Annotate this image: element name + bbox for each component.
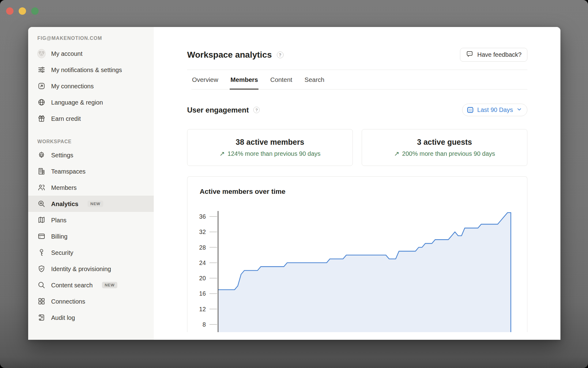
sidebar-item-my-account[interactable]: My account: [28, 45, 154, 62]
sidebar-item-teamspaces[interactable]: Teamspaces: [28, 163, 154, 179]
arrow-out-box-icon: [37, 82, 46, 90]
sidebar-item-audit-log[interactable]: Audit log: [28, 309, 154, 326]
calendar-icon: [467, 106, 474, 113]
sidebar-item-label: Identity & provisioning: [51, 261, 111, 277]
sidebar-item-label: Teamspaces: [51, 164, 85, 179]
settings-sidebar: FIG@MAKENOTION.COM My account My notific…: [28, 27, 154, 340]
chat-bubble-icon: [466, 50, 473, 59]
sidebar-item-my-connections[interactable]: My connections: [28, 78, 154, 94]
sidebar-item-label: Connections: [51, 294, 85, 309]
sidebar-item-billing[interactable]: Billing: [28, 228, 154, 244]
credit-card-icon: [37, 232, 46, 240]
sidebar-item-settings[interactable]: Settings: [28, 147, 154, 163]
search-icon: [37, 281, 46, 289]
close-button[interactable]: [6, 7, 13, 15]
sidebar-item-content-search[interactable]: Content search NEW: [28, 277, 154, 293]
engagement-help-icon[interactable]: ?: [253, 107, 260, 113]
y-tick-label: 28: [199, 244, 206, 251]
sidebar-item-my-notifications-settings[interactable]: My notifications & settings: [28, 62, 154, 78]
zoom-button[interactable]: [31, 7, 39, 15]
stat-card: 38 active members ↗ 124% more than previ…: [187, 129, 353, 166]
stat-cards-row: 38 active members ↗ 124% more than previ…: [187, 129, 527, 166]
page-header: Workspace analytics ? Have feedback?: [187, 48, 527, 62]
sidebar-item-language-region[interactable]: Language & region: [28, 94, 154, 110]
y-tick-label: 16: [199, 290, 206, 297]
sidebar-item-label: Earn credit: [51, 111, 81, 126]
stat-delta: ↗ 200% more than previous 90 days: [394, 150, 495, 157]
have-feedback-button[interactable]: Have feedback?: [460, 48, 527, 62]
sidebar-item-security[interactable]: Security: [28, 244, 154, 261]
have-feedback-label: Have feedback?: [477, 51, 522, 58]
stat-headline: 38 active members: [236, 138, 304, 147]
tab-overview[interactable]: Overview: [191, 70, 219, 90]
page-title: Workspace analytics: [187, 50, 272, 60]
account-email-label: FIG@MAKENOTION.COM: [37, 36, 154, 41]
sidebar-item-label: Analytics: [51, 196, 78, 212]
stat-delta: ↗ 124% more than previous 90 days: [219, 150, 320, 157]
magnifier-sparkle-icon: [37, 200, 46, 208]
chart-area-fill: [218, 213, 511, 332]
y-tick-label: 20: [199, 275, 206, 282]
sidebar-item-label: Members: [51, 180, 77, 195]
sidebar-item-label: Plans: [51, 213, 66, 228]
user-engagement-title: User engagement: [187, 106, 249, 114]
sidebar-item-connections[interactable]: Connections: [28, 293, 154, 309]
shield-check-icon: [37, 265, 46, 273]
y-tick-label: 8: [202, 321, 206, 328]
sidebar-workspace-list: Settings Teamspaces Members Analytics NE…: [28, 147, 154, 326]
sidebar-item-label: My account: [51, 46, 82, 61]
date-range-label: Last 90 Days: [477, 106, 513, 113]
scroll-icon: [37, 313, 46, 322]
sidebar-item-label: Language & region: [51, 95, 103, 110]
building-icon: [37, 167, 46, 175]
stat-card: 3 active guests ↗ 200% more than previou…: [362, 129, 527, 166]
date-range-dropdown[interactable]: Last 90 Days: [462, 104, 527, 116]
sidebar-item-plans[interactable]: Plans: [28, 212, 154, 228]
active-members-chart-card: Active members over time 812162024283236: [187, 176, 527, 332]
sidebar-item-label: Audit log: [51, 310, 75, 325]
people-icon: [37, 183, 46, 192]
sidebar-item-label: Content search: [51, 278, 93, 293]
tab-content[interactable]: Content: [270, 70, 293, 90]
sidebar-item-label: Security: [51, 245, 73, 260]
members-chart-svg: 812162024283236: [187, 177, 527, 332]
desktop-background: FIG@MAKENOTION.COM My account My notific…: [0, 0, 588, 368]
minimize-button[interactable]: [19, 7, 26, 15]
sidebar-item-label: My connections: [51, 79, 94, 94]
settings-window: FIG@MAKENOTION.COM My account My notific…: [28, 27, 560, 340]
sidebar-account-list: My account My notifications & settings M…: [28, 45, 154, 127]
map-icon: [37, 216, 46, 224]
window-traffic-lights: [6, 7, 39, 15]
sidebar-item-identity-provisioning[interactable]: Identity & provisioning: [28, 261, 154, 277]
sidebar-item-label: Settings: [51, 148, 73, 163]
tab-members[interactable]: Members: [230, 70, 258, 90]
grid-icon: [37, 297, 46, 305]
user-avatar: [37, 49, 46, 58]
new-badge: NEW: [102, 282, 118, 288]
stat-headline: 3 active guests: [417, 138, 472, 147]
y-tick-label: 32: [199, 228, 206, 235]
new-badge: NEW: [88, 201, 103, 207]
analytics-main-panel: Workspace analytics ? Have feedback? Ove…: [154, 27, 560, 340]
key-icon: [37, 248, 46, 257]
gear-icon: [37, 151, 46, 159]
chevron-down-icon: [517, 106, 522, 113]
sliders-icon: [37, 66, 46, 74]
trend-up-arrow-icon: ↗: [394, 150, 399, 157]
globe-icon: [37, 98, 46, 106]
user-engagement-header: User engagement ? Last 90 Days: [187, 104, 527, 116]
help-icon[interactable]: ?: [277, 52, 284, 58]
y-tick-label: 24: [199, 259, 206, 266]
gift-icon: [37, 114, 46, 123]
sidebar-item-label: My notifications & settings: [51, 62, 122, 78]
tab-search[interactable]: Search: [304, 70, 325, 90]
sidebar-item-analytics[interactable]: Analytics NEW: [28, 196, 154, 212]
analytics-tabs: Overview Members Content Search: [191, 70, 527, 90]
y-tick-label: 36: [199, 213, 206, 220]
trend-up-arrow-icon: ↗: [219, 150, 225, 157]
workspace-section-label: WORKSPACE: [37, 139, 154, 144]
y-tick-label: 12: [199, 306, 206, 312]
sidebar-item-members[interactable]: Members: [28, 179, 154, 196]
sidebar-item-label: Billing: [51, 229, 67, 244]
sidebar-item-earn-credit[interactable]: Earn credit: [28, 110, 154, 127]
